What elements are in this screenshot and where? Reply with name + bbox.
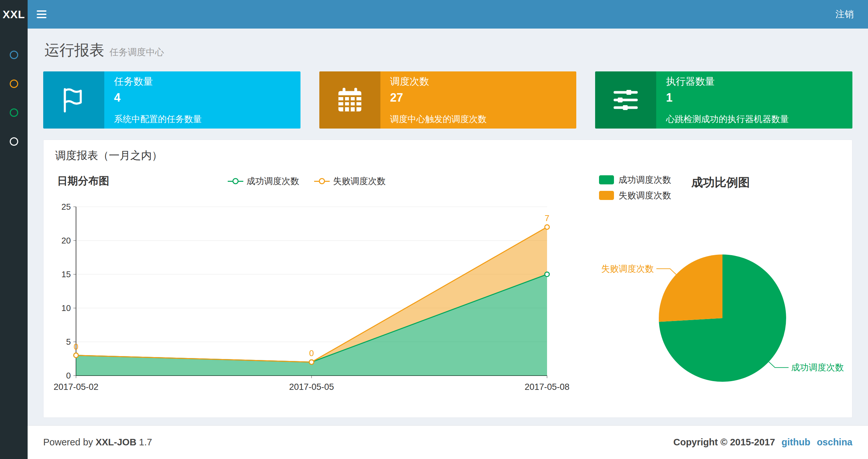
circle-icon bbox=[10, 137, 18, 146]
info-box-value: 27 bbox=[390, 91, 567, 104]
sidebar bbox=[0, 29, 28, 459]
pie-chart-title: 成功比例图 bbox=[691, 175, 750, 191]
app-logo[interactable]: XXL bbox=[0, 0, 28, 29]
date-distribution-chart-area: 日期分布图 成功调度次数 失败调度次数 05101520252017-05-02… bbox=[53, 171, 560, 402]
legend-item-success[interactable]: 成功调度次数 bbox=[599, 174, 671, 186]
page-title: 运行报表 bbox=[44, 40, 104, 60]
info-box-description: 调度中心触发的调度次数 bbox=[390, 113, 567, 125]
success-ratio-chart-area: 成功调度次数 失败调度次数 成功比例图 成功调度次数失败调度次数 bbox=[560, 171, 842, 402]
svg-text:0: 0 bbox=[309, 348, 314, 358]
page-subtitle: 任务调度中心 bbox=[110, 46, 164, 59]
svg-text:0: 0 bbox=[66, 371, 71, 381]
legend-item-fail[interactable]: 失败调度次数 bbox=[314, 175, 385, 187]
circle-icon bbox=[10, 108, 18, 117]
github-link[interactable]: github bbox=[782, 437, 810, 448]
circle-icon bbox=[10, 79, 18, 88]
sidebar-item-joblog[interactable] bbox=[0, 98, 28, 127]
svg-text:10: 10 bbox=[61, 303, 71, 313]
svg-text:20: 20 bbox=[61, 236, 71, 245]
pie-chart-legend: 成功调度次数 失败调度次数 bbox=[599, 174, 671, 201]
sliders-icon bbox=[595, 71, 656, 129]
info-box-label: 调度次数 bbox=[390, 75, 567, 88]
page-header: 运行报表 任务调度中心 bbox=[44, 40, 852, 60]
info-box-description: 心跳检测成功的执行器机器数量 bbox=[666, 113, 843, 125]
copyright-text: Copyright © 2015-2017 bbox=[674, 437, 775, 448]
flag-icon bbox=[43, 71, 104, 129]
top-navbar: XXL 注销 bbox=[0, 0, 868, 29]
svg-text:2017-05-05: 2017-05-05 bbox=[289, 382, 334, 392]
product-version: 1.7 bbox=[139, 437, 152, 447]
info-box-row: 任务数量 4 系统中配置的任务数量 调度次数 27 调度中心触发的调度次数 bbox=[43, 71, 852, 129]
pie-chart: 成功调度次数失败调度次数 bbox=[560, 201, 842, 402]
logout-button[interactable]: 注销 bbox=[821, 0, 868, 29]
svg-text:成功调度次数: 成功调度次数 bbox=[791, 363, 844, 372]
legend-line-icon bbox=[228, 181, 243, 182]
report-panel: 调度报表（一月之内） 日期分布图 成功调度次数 失败调度次数 bbox=[43, 139, 852, 418]
legend-line-icon bbox=[314, 181, 330, 182]
svg-text:25: 25 bbox=[61, 202, 71, 211]
info-box-label: 任务数量 bbox=[114, 75, 291, 88]
svg-text:5: 5 bbox=[66, 337, 71, 347]
svg-text:失败调度次数: 失败调度次数 bbox=[601, 264, 654, 274]
info-box-value: 1 bbox=[666, 91, 843, 104]
legend-item-fail[interactable]: 失败调度次数 bbox=[599, 190, 671, 201]
footer: Powered byXXL-JOB1.7 Copyright © 2015-20… bbox=[28, 425, 868, 459]
svg-text:7: 7 bbox=[545, 213, 549, 223]
legend-label: 成功调度次数 bbox=[247, 175, 299, 187]
legend-item-success[interactable]: 成功调度次数 bbox=[228, 175, 299, 187]
product-name: XXL-JOB bbox=[95, 437, 136, 447]
svg-text:15: 15 bbox=[61, 269, 71, 279]
sidebar-item-dashboard[interactable] bbox=[0, 40, 28, 69]
calendar-icon bbox=[319, 71, 380, 129]
main-content: 运行报表 任务调度中心 任务数量 4 系统中配置的任务数量 bbox=[28, 29, 868, 418]
oschina-link[interactable]: oschina bbox=[817, 437, 852, 448]
legend-label: 失败调度次数 bbox=[619, 190, 671, 201]
info-box-label: 执行器数量 bbox=[666, 75, 843, 88]
info-box-value: 4 bbox=[114, 91, 291, 104]
report-panel-title: 调度报表（一月之内） bbox=[43, 140, 852, 167]
info-box-executors: 执行器数量 1 心跳检测成功的执行器机器数量 bbox=[595, 71, 852, 129]
sidebar-toggle-button[interactable] bbox=[28, 0, 56, 29]
svg-text:2017-05-02: 2017-05-02 bbox=[54, 382, 98, 392]
legend-swatch-icon bbox=[599, 175, 614, 185]
svg-text:0: 0 bbox=[74, 342, 78, 352]
legend-label: 成功调度次数 bbox=[619, 174, 671, 186]
line-chart-legend: 成功调度次数 失败调度次数 bbox=[53, 175, 560, 187]
info-box-jobs: 任务数量 4 系统中配置的任务数量 bbox=[43, 71, 301, 129]
circle-icon bbox=[10, 51, 18, 59]
powered-by: Powered byXXL-JOB1.7 bbox=[43, 437, 155, 448]
hamburger-icon bbox=[37, 13, 46, 15]
info-box-description: 系统中配置的任务数量 bbox=[114, 113, 291, 125]
hamburger-icon bbox=[37, 10, 46, 12]
line-chart: 05101520252017-05-022017-05-052017-05-08… bbox=[53, 192, 560, 393]
info-box-triggers: 调度次数 27 调度中心触发的调度次数 bbox=[319, 71, 577, 129]
legend-swatch-icon bbox=[599, 191, 614, 200]
hamburger-icon bbox=[37, 17, 46, 18]
sidebar-item-jobinfo[interactable] bbox=[0, 69, 28, 98]
legend-label: 失败调度次数 bbox=[333, 175, 385, 187]
sidebar-item-help[interactable] bbox=[0, 127, 28, 156]
